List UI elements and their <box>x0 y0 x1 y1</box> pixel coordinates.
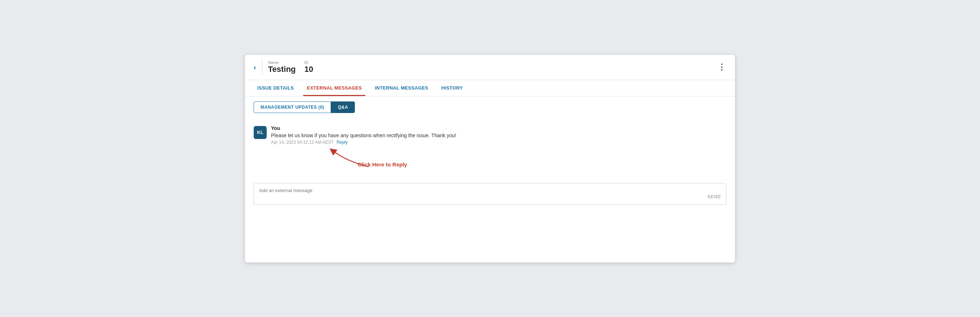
sub-tabs: MANAGEMENT UPDATES (0) Q&A <box>245 97 735 118</box>
main-tabs: ISSUE DETAILS EXTERNAL MESSAGES INTERNAL… <box>245 80 735 97</box>
header-id-block: ID 10 <box>304 60 313 74</box>
header-name-block: Name Testing <box>268 60 296 74</box>
message-meta: Apr 14, 2023 04:32:12 AM AEST Reply <box>271 140 457 145</box>
message-text: Please let us know if you have any quest… <box>271 133 457 138</box>
tab-external-messages[interactable]: EXTERNAL MESSAGES <box>303 80 365 96</box>
id-value: 10 <box>304 65 313 74</box>
tab-issue-details[interactable]: ISSUE DETAILS <box>254 80 298 96</box>
main-window: ‹ Name Testing ID 10 ⋮ ISSUE DETAILS EXT… <box>245 55 735 263</box>
tab-history[interactable]: HISTORY <box>438 80 466 96</box>
message-input-row: SEND <box>254 183 726 205</box>
message-body: You Please let us know if you have any q… <box>271 125 457 145</box>
send-button[interactable]: SEND <box>703 193 721 201</box>
message-row: KL You Please let us know if you have an… <box>254 125 726 145</box>
back-button[interactable]: ‹ <box>254 63 256 71</box>
header: ‹ Name Testing ID 10 ⋮ <box>245 55 735 80</box>
id-label: ID <box>304 60 313 65</box>
more-button[interactable]: ⋮ <box>718 63 726 71</box>
header-divider <box>262 60 262 74</box>
sub-tab-management-updates[interactable]: MANAGEMENT UPDATES (0) <box>254 101 331 113</box>
message-sender: You <box>271 125 457 131</box>
avatar: KL <box>254 126 267 139</box>
click-here-label: Click Here to Reply <box>358 162 407 168</box>
annotation-arrow <box>329 147 372 169</box>
name-value: Testing <box>268 65 296 74</box>
content-area: KL You Please let us know if you have an… <box>245 118 735 263</box>
message-timestamp: Apr 14, 2023 04:32:12 AM AEST <box>271 140 334 145</box>
message-input[interactable] <box>259 188 703 201</box>
tab-internal-messages[interactable]: INTERNAL MESSAGES <box>371 80 432 96</box>
sub-tab-qa[interactable]: Q&A <box>331 101 355 113</box>
name-label: Name <box>268 60 296 65</box>
annotation: Click Here to Reply <box>271 147 726 176</box>
reply-link[interactable]: Reply <box>336 140 348 145</box>
